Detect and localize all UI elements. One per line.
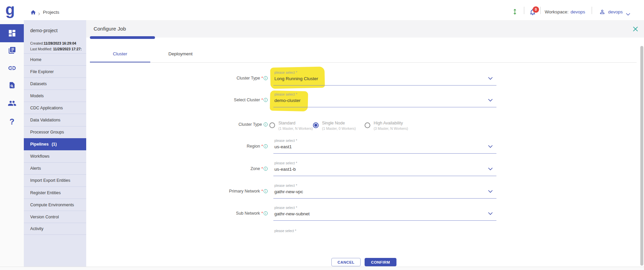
sidebar-item-compute-environments[interactable]: Compute Environments (24, 199, 86, 211)
tabs-divider (90, 62, 637, 63)
gathr-logo[interactable]: g (5, 0, 15, 19)
chevron-down-icon[interactable] (488, 188, 493, 194)
chevron-down-icon[interactable] (488, 97, 493, 103)
info-icon (264, 167, 268, 171)
home-icon[interactable] (30, 9, 36, 17)
sort-updown-icon[interactable] (511, 8, 519, 17)
radio-icon[interactable] (269, 122, 275, 128)
chevron-down-icon[interactable] (488, 166, 493, 172)
sidebar-item-label: Datasets (30, 82, 47, 86)
modified-label: Last Modified: (30, 47, 53, 51)
sidebar-item-datasets[interactable]: Datasets (24, 77, 86, 90)
select-value: gathr-new-vpc (274, 189, 303, 194)
sidebar-item-data-validations[interactable]: Data Validations (24, 114, 86, 126)
configure-job-panel: Configure Job Cluster Deployment Cluster… (86, 20, 644, 268)
sidebar-menu: Home File Explorer Datasets Models CDC A… (24, 53, 86, 235)
sidebar-item-workflows[interactable]: Workflows (24, 150, 86, 162)
field-row-sub-network: Sub Network* please select * gathr-new-s… (144, 206, 500, 221)
sidebar-item-alerts[interactable]: Alerts (24, 162, 86, 174)
primary-network-select[interactable]: please select * gathr-new-vpc (274, 184, 496, 199)
select-value: demo-cluster (274, 98, 301, 103)
chevron-down-icon[interactable] (626, 11, 630, 17)
sidebar-item-label: CDC Applications (30, 106, 63, 110)
radio-label: High Availability (374, 121, 408, 125)
field-label: Primary Network (229, 189, 260, 194)
rail-item-help[interactable]: ? (0, 115, 24, 128)
field-underline (273, 153, 496, 154)
field-label-wrap: Cluster Type (144, 122, 268, 127)
sidebar-item-file-explorer[interactable]: File Explorer (24, 65, 86, 77)
pipelines-count: (1) (52, 142, 57, 147)
vertical-scrollbar[interactable] (640, 46, 643, 266)
rail-item-data-search[interactable] (0, 78, 24, 92)
tab-deployment[interactable]: Deployment (150, 51, 211, 61)
required-asterisk: * (261, 144, 263, 149)
rail-item-links[interactable] (0, 61, 24, 75)
select-value: us-east1-b (274, 167, 296, 172)
sidebar-item-home[interactable]: Home (24, 53, 86, 65)
project-modified: Last Modified: 11/28/2023 17:27: (30, 47, 86, 51)
sidebar-item-label: Register Entities (30, 191, 61, 195)
field-underline (273, 85, 496, 86)
sidebar-item-label: Alerts (30, 166, 41, 171)
radio-icon[interactable] (365, 122, 370, 128)
region-select[interactable]: please select * us-east1 (274, 139, 496, 154)
required-asterisk: * (261, 189, 263, 194)
rail-item-dashboard[interactable] (0, 24, 24, 42)
sidebar-item-register-entities[interactable]: Register Entities (24, 186, 86, 199)
info-icon (264, 98, 268, 102)
cluster-type-select[interactable]: please select * Long Running Cluster (274, 71, 496, 86)
tab-cluster[interactable]: Cluster (90, 51, 150, 61)
sidebar-item-processor-groups[interactable]: Processor Groups (24, 126, 86, 138)
sidebar-item-version-control[interactable]: Version Control (24, 211, 86, 223)
field-label-wrap: Region* (144, 144, 268, 149)
radio-option-high-availability[interactable]: High Availability(3 Master, N Workers) (365, 121, 408, 130)
field-underline (273, 176, 496, 176)
sidebar-item-label: Import Export Entities (30, 178, 70, 183)
sidebar-item-models[interactable]: Models (24, 90, 86, 102)
created-value: 11/28/2023 16:29:04 (44, 41, 76, 45)
field-label-wrap: Cluster Type* (144, 76, 268, 80)
sidebar-item-import-export-entities[interactable]: Import Export Entities (24, 174, 86, 186)
floating-label: please select * (274, 184, 297, 187)
field-label: Select Cluster (234, 98, 260, 102)
field-row-select-cluster: Select Cluster* please select * demo-clu… (144, 93, 500, 107)
confirm-button[interactable]: CONFIRM (365, 258, 396, 266)
sidebar-item-label: Version Control (30, 215, 59, 219)
project-sidebar: demo-project Created:11/28/2023 16:29:04… (24, 20, 86, 268)
chevron-down-icon[interactable] (488, 75, 493, 81)
user-avatar-icon[interactable] (599, 9, 605, 16)
zone-select[interactable]: please select * us-east1-b (274, 161, 496, 176)
info-icon (264, 211, 268, 215)
user-menu[interactable]: devops (608, 9, 623, 14)
radio-sublabel: (1 Master, N Workers) (278, 126, 313, 130)
sidebar-item-pipelines[interactable]: Pipelines(1) (24, 138, 86, 150)
select-cluster-select[interactable]: please select * demo-cluster (274, 93, 496, 107)
required-asterisk: * (261, 76, 263, 80)
field-label: Sub Network (236, 211, 260, 216)
cancel-button[interactable]: CANCEL (331, 258, 361, 266)
sidebar-item-activity[interactable]: Activity (24, 223, 86, 235)
select-value: gathr-new-subnet (274, 211, 310, 216)
rail-item-library[interactable] (0, 44, 24, 57)
breadcrumb-projects[interactable]: Projects (43, 10, 59, 15)
sidebar-item-label: Home (30, 57, 41, 62)
workspace-value-link[interactable]: devops (571, 9, 585, 14)
radio-label: Single Node (322, 121, 356, 125)
radio-option-single-node[interactable]: Single Node(1 Master, 0 Workers) (313, 121, 356, 130)
chevron-down-icon[interactable] (488, 210, 493, 216)
close-icon[interactable] (633, 26, 638, 33)
chevron-down-icon[interactable] (488, 143, 493, 149)
info-icon (264, 189, 268, 193)
sub-network-select[interactable]: please select * gathr-new-subnet (274, 206, 496, 221)
radio-selected-icon[interactable] (313, 122, 319, 128)
sidebar-item-label: Processor Groups (30, 130, 64, 134)
rail-item-users[interactable] (0, 97, 24, 110)
sidebar-item-cdc-applications[interactable]: CDC Applications (24, 102, 86, 114)
sidebar-item-label: Workflows (30, 154, 49, 159)
radio-option-standard[interactable]: Standard(1 Master, N Workers) (269, 121, 313, 130)
field-label: Cluster Type (238, 122, 262, 127)
info-icon (264, 76, 268, 80)
floating-label: please select * (274, 139, 297, 143)
project-name: demo-project (30, 28, 58, 33)
